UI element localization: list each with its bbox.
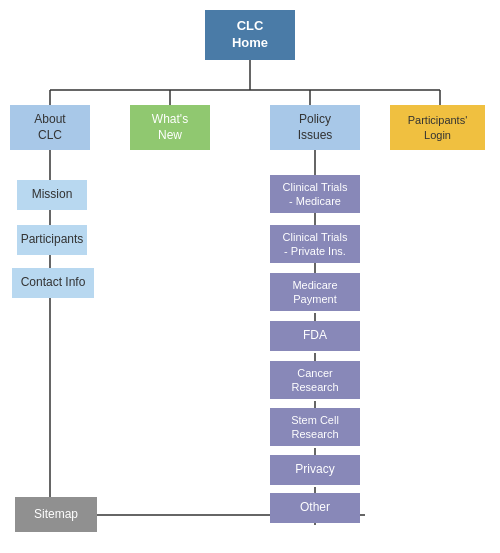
fda-node: FDA [270, 321, 360, 351]
mission-node: Mission [17, 180, 87, 210]
contact-node: Contact Info [12, 268, 94, 298]
login-node: Participants' Login [390, 105, 485, 150]
about-node: About CLC [10, 105, 90, 150]
medicare-node: Medicare Payment [270, 273, 360, 311]
home-node: CLC Home [205, 10, 295, 60]
cancer-node: Cancer Research [270, 361, 360, 399]
sitemap-node: Sitemap [15, 497, 97, 532]
site-map-diagram: CLC Home About CLC What's New Policy Iss… [0, 0, 500, 553]
other-node: Other [270, 493, 360, 523]
privacy-node: Privacy [270, 455, 360, 485]
participants-node: Participants [17, 225, 87, 255]
whats-new-node: What's New [130, 105, 210, 150]
clinical-medicare-node: Clinical Trials - Medicare [270, 175, 360, 213]
clinical-private-node: Clinical Trials - Private Ins. [270, 225, 360, 263]
stem-node: Stem Cell Research [270, 408, 360, 446]
policy-node: Policy Issues [270, 105, 360, 150]
